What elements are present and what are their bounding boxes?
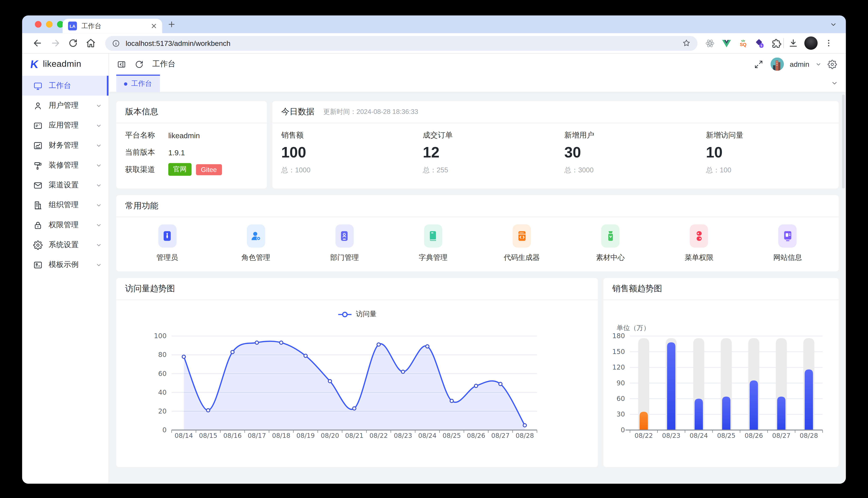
vue-devtools-extension-icon[interactable] — [721, 38, 732, 48]
channel-badge-1[interactable]: Gitee — [196, 164, 222, 175]
close-window-button[interactable] — [35, 21, 41, 27]
sidebar-item-label: 用户管理 — [49, 101, 79, 110]
svg-text:20: 20 — [158, 407, 167, 415]
collapse-sidebar-icon[interactable] — [117, 59, 126, 69]
react-devtools-extension-icon[interactable] — [705, 38, 715, 48]
sidebar-item-4[interactable]: 装修管理 — [22, 155, 108, 175]
workbench-content: 版本信息 平台名称likeadmin当前版本1.9.1获取渠道官网Gitee 今… — [109, 92, 846, 484]
tag-active-dot — [124, 82, 128, 86]
sidebar-item-8[interactable]: 系统设置 — [22, 235, 108, 255]
browser-menu-kebab-icon[interactable] — [824, 39, 833, 47]
user-menu-chevron-icon[interactable] — [815, 61, 822, 67]
sidebar-item-2[interactable]: 应用管理 — [22, 115, 108, 135]
quick-item-0[interactable]: 管理员 — [123, 224, 212, 263]
minimize-window-button[interactable] — [46, 21, 53, 27]
browser-profile-avatar[interactable] — [804, 37, 818, 50]
svg-text:08/27: 08/27 — [491, 432, 510, 439]
website-info-icon — [779, 224, 797, 248]
decorate-icon — [33, 161, 43, 170]
quick-item-3[interactable]: 字典管理 — [389, 224, 477, 263]
quick-item-6[interactable]: 菜单权限 — [655, 224, 743, 263]
sidebar-item-3[interactable]: 财务管理 — [22, 135, 108, 155]
sidebar-item-5[interactable]: 渠道设置 — [22, 175, 108, 195]
stat-1: 成交订单12总：255 — [414, 130, 556, 175]
tag-0[interactable]: 工作台 — [116, 74, 159, 92]
version-row: 当前版本1.9.1 — [116, 148, 267, 158]
quick-item-1[interactable]: 角色管理 — [212, 224, 300, 263]
likeadmin-logo-icon: K — [30, 59, 39, 70]
desktop-background: LA 工作台 localhost:5173/admin/workbench — [0, 0, 868, 498]
chevron-down-icon — [96, 182, 102, 188]
quick-item-4[interactable]: 代码生成器 — [477, 224, 566, 263]
sidebar-item-7[interactable]: 权限管理 — [22, 215, 108, 235]
quick-item-label: 网站信息 — [774, 253, 802, 263]
fullscreen-icon[interactable] — [754, 59, 763, 69]
sales-trend-card: 销售额趋势图 单位（万） 030609012015018008/2208/230… — [603, 278, 839, 467]
settings-gear-icon[interactable] — [828, 59, 837, 69]
new-tab-button[interactable] — [168, 21, 175, 28]
quick-item-label: 字典管理 — [419, 253, 448, 263]
browser-tab[interactable]: LA 工作台 — [63, 19, 162, 33]
tag-label: 工作台 — [131, 79, 152, 88]
address-bar[interactable]: localhost:5173/admin/workbench — [105, 36, 697, 51]
app-logo[interactable]: K likeadmin — [22, 54, 108, 75]
username-label[interactable]: admin — [790, 60, 809, 68]
downloads-icon[interactable] — [788, 38, 799, 48]
browser-tabstrip: LA 工作台 — [22, 16, 846, 33]
scrollbar-thumb[interactable] — [842, 94, 845, 188]
sidebar-item-label: 模板示例 — [49, 260, 79, 270]
tags-chevron-icon[interactable] — [831, 80, 838, 87]
user-avatar[interactable] — [770, 57, 784, 70]
svg-text:80: 80 — [158, 351, 167, 358]
channel-badge-0[interactable]: 官网 — [168, 163, 192, 176]
quick-item-2[interactable]: 部门管理 — [300, 224, 389, 263]
material-icon — [601, 224, 620, 248]
quick-item-5[interactable]: 素材中心 — [566, 224, 655, 263]
stat-3: 新增访问量10总：100 — [697, 130, 839, 175]
bar-chart-unit-label: 单位（万） — [617, 323, 650, 333]
svg-text:40: 40 — [158, 389, 167, 396]
chevron-down-icon — [96, 142, 102, 148]
purple-badge-extension-icon[interactable]: 5 — [755, 38, 765, 48]
sidebar-item-label: 系统设置 — [49, 240, 79, 250]
quick-item-7[interactable]: 网站信息 — [743, 224, 832, 263]
sidebar-item-0[interactable]: 工作台 — [22, 76, 108, 95]
tab-favicon: LA — [68, 22, 77, 30]
svg-text:120: 120 — [612, 363, 625, 371]
reload-icon[interactable] — [68, 38, 78, 48]
dict-manage-icon — [424, 224, 442, 248]
svg-text:08/27: 08/27 — [772, 432, 790, 439]
dept-manage-icon — [335, 224, 354, 248]
extensions-puzzle-icon[interactable] — [771, 38, 781, 48]
org-icon — [33, 200, 43, 210]
site-info-icon[interactable] — [112, 39, 120, 47]
sidebar-item-6[interactable]: 组织管理 — [22, 195, 108, 215]
toolbar-separator — [783, 38, 784, 48]
tab-search-chevron-icon[interactable] — [830, 21, 837, 28]
quick-item-label: 角色管理 — [242, 253, 270, 263]
line-chart-legend[interactable]: 访问量 — [116, 310, 598, 319]
app-logo-text: likeadmin — [43, 59, 81, 69]
template-icon — [33, 260, 43, 270]
svg-text:SQ: SQ — [740, 42, 746, 47]
version-card-title: 版本信息 — [125, 107, 158, 117]
bookmark-star-icon[interactable] — [682, 39, 691, 47]
home-icon[interactable] — [86, 38, 96, 48]
macos-traffic-lights — [35, 21, 64, 27]
sidebar-item-9[interactable]: 模板示例 — [22, 255, 108, 275]
svg-text:08/19: 08/19 — [296, 432, 315, 439]
sidebar-item-1[interactable]: 用户管理 — [22, 95, 108, 115]
back-icon[interactable] — [33, 38, 43, 48]
svg-text:08/28: 08/28 — [800, 432, 818, 439]
version-row: 平台名称likeadmin — [116, 130, 267, 140]
svg-text:60: 60 — [617, 395, 625, 403]
url-text[interactable]: localhost:5173/admin/workbench — [126, 39, 682, 47]
tab-close-icon[interactable] — [150, 22, 158, 30]
finance-icon — [33, 141, 43, 150]
sq-extension-icon[interactable]: SQ — [738, 38, 749, 48]
user-icon — [33, 101, 43, 110]
page-scrollbar[interactable] — [842, 94, 845, 479]
refresh-page-icon[interactable] — [135, 59, 144, 69]
quick-item-label: 菜单权限 — [685, 253, 714, 263]
stat-0: 销售额100总：1000 — [272, 130, 414, 175]
